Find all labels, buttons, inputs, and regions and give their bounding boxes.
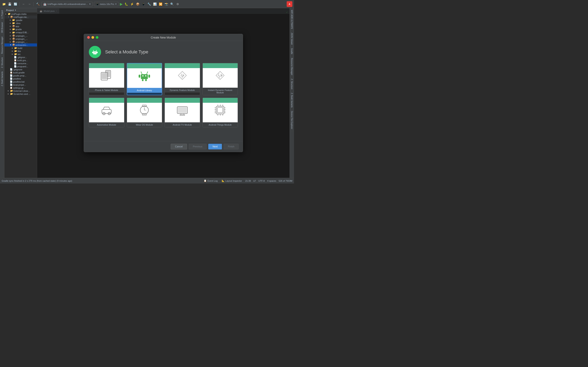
tree-item-uniplugin2[interactable]: ▶ 📦 uniplugin_... (4, 37, 37, 40)
right-tab-json-viewer[interactable]: JSON Viewer (290, 31, 294, 47)
tree-item-settings-gradle[interactable]: 📋 settings.gr... (4, 86, 37, 89)
svg-marker-25 (178, 71, 186, 80)
save-icon[interactable]: 💾 (7, 2, 12, 6)
tree-item-unipluginhe[interactable]: ▼ 📦 UniPlugin-He... (4, 16, 37, 18)
device-dropdown[interactable]: 📱 meizu 16s Pro ▼ (94, 2, 119, 6)
module-card-phone-tablet[interactable]: Phone & Tablet Module (89, 63, 124, 95)
tree-item-uniplugin1[interactable]: ▶ 📦 uniplugin_... (4, 34, 37, 37)
svg-marker-30 (216, 71, 224, 80)
open-file-icon[interactable]: 📁 (2, 2, 6, 6)
window-maximize-button[interactable] (96, 36, 98, 39)
finish-button[interactable]: Finish (224, 144, 239, 150)
svg-line-27 (181, 74, 182, 76)
window-close-button[interactable] (87, 36, 90, 39)
file-icon-consume: 📄 (14, 62, 17, 65)
panel-dropdown-arrow: ▼ (15, 9, 16, 11)
right-tab-build-variants[interactable]: Z: Build Variants (290, 91, 294, 109)
tree-label-uniplugin1: uniplugin_... (16, 35, 27, 37)
forward-icon[interactable]: → (27, 2, 32, 6)
svg-line-29 (182, 76, 183, 78)
file-icon-gradle-props: 📄 (10, 74, 13, 77)
side-tab-structure[interactable]: Z: Structure (0, 55, 4, 69)
module-card-automotive[interactable]: Automotive Module (89, 98, 124, 127)
capture-icon[interactable]: 📸 (164, 2, 168, 6)
tree-label-gradle-props: gradle.prop... (13, 75, 26, 77)
module-card-android-library[interactable]: Android Library (127, 63, 162, 95)
module-card-things[interactable]: Android Things Module (203, 98, 238, 127)
svg-line-32 (218, 73, 219, 76)
run-button[interactable]: ▶ (120, 2, 123, 6)
avd-icon[interactable]: 📱 (141, 2, 146, 6)
debug-icon[interactable]: 🐛 (124, 2, 129, 6)
tree-item-gitignore-local[interactable]: 📄 .gitignor... (4, 56, 37, 59)
cancel-button[interactable]: Cancel (171, 144, 187, 150)
tree-item-uniplugin3[interactable]: ▶ 📦 uniplugin_... (4, 40, 37, 43)
status-line-col: 526 of 7933M (279, 180, 292, 182)
tree-item-build[interactable]: ▶ 📂 build (4, 47, 37, 50)
status-left: Gradle sync finished in 2 s 279 ms (from… (2, 180, 201, 182)
app-logo: A (287, 1, 292, 7)
tree-item-gradle-props[interactable]: 📄 gradle.prop... (4, 74, 37, 77)
run-config-dropdown[interactable]: 🤖 UniPlugin-Hello-AS:unitoandroidcamera … (41, 2, 93, 6)
module-card-label-dynamic-feature: Dynamic Feature Module (165, 88, 200, 92)
tree-item-uniapp[interactable]: ▶ 📂 uniapp示例... (4, 31, 37, 34)
right-tab-gradle[interactable]: Gradle (290, 47, 294, 56)
status-layout-inspector[interactable]: 📐 Layout Inspector (221, 179, 243, 182)
tree-item-gradle-folder[interactable]: ▶ 📂 gradle (4, 28, 37, 31)
tree-item-proguard[interactable]: 📄 proguard... (4, 65, 37, 68)
side-tab-project[interactable]: 1: Project (0, 8, 4, 20)
sync-icon[interactable]: 🔄 (13, 2, 17, 6)
tree-item-local-props[interactable]: 📄 local.prope... (4, 83, 37, 86)
tree-item-unitoandro[interactable]: ▼ 📦 unitoandro... (4, 43, 37, 47)
tree-item-build-gradle-local[interactable]: 📋 build.gra... (4, 59, 37, 62)
apk-icon[interactable]: 📦 (135, 2, 140, 6)
module-card-instant-dynamic-feature[interactable]: Instant Dynamic Feature Module (203, 63, 238, 95)
right-tab-wifi-adb[interactable]: WIFI ADB ULTIMATE (290, 8, 294, 31)
build-icon[interactable]: 🔨 (35, 2, 40, 6)
refactor-icon[interactable]: 🔀 (158, 2, 163, 6)
side-tab-build-variants[interactable]: Z: Build Variants (0, 69, 4, 88)
tree-label-unitoandro: unitoandro... (16, 44, 28, 46)
tree-item-external-libs[interactable]: ▶ 📂 External Librar... (4, 89, 37, 92)
module-card-top-dynamic-feature (165, 63, 200, 88)
previous-button[interactable]: Previous (189, 144, 207, 150)
search-icon[interactable]: 🔍 (170, 2, 174, 6)
sdk-icon[interactable]: 🔧 (147, 2, 151, 6)
back-icon[interactable]: ← (21, 2, 26, 6)
right-tab-resource-manager[interactable]: Resource Manager (290, 56, 294, 77)
tree-item-gradlew[interactable]: 📄 gradlew (4, 77, 37, 80)
module-card-wear-os[interactable]: Wear OS Module (127, 98, 162, 127)
status-event-log[interactable]: 📋 Event Log (203, 179, 218, 182)
module-type-grid: Phone & Tablet Module (89, 63, 238, 127)
status-encoding: UTF-8 (259, 180, 265, 182)
tree-item-build-gradle-root[interactable]: 📋 build.gradle (4, 71, 37, 74)
settings-icon[interactable]: ⚙ (175, 2, 180, 6)
right-tab-structure[interactable]: Z: Structure (290, 77, 294, 91)
module-card-tv[interactable]: Android TV Module (164, 98, 200, 127)
tree-item-gitignore-root[interactable]: 📄 .gitignore (4, 68, 37, 71)
tree-item-idea[interactable]: ▶ 📂 .idea (4, 22, 37, 25)
right-tab-device-file-explorer[interactable]: Device File Explorer (290, 109, 294, 131)
tree-item-scratches[interactable]: ▶ 📂 Scratches and ... (4, 92, 37, 95)
next-button[interactable]: Next (208, 144, 222, 150)
tree-item-libs[interactable]: ▶ 📂 libs (4, 50, 37, 53)
tree-item-app[interactable]: ▶ 📦 app (4, 25, 37, 28)
profile-icon[interactable]: ⚡ (130, 2, 134, 6)
separator-1 (19, 2, 20, 6)
window-minimize-button[interactable] (91, 36, 94, 39)
side-tab-resource-manager[interactable]: Resource Manager (0, 35, 4, 55)
side-tab-db-browser[interactable]: DB Browser (0, 20, 4, 34)
tree-item-consume[interactable]: 📄 consume... (4, 62, 37, 65)
dialog-footer: Cancel Previous Next Finish (84, 141, 243, 152)
tree-item-root[interactable]: ▶ 📁 UniPlugin-Hello (4, 12, 37, 16)
project-panel: Project ▼ ▶ 📁 UniPlugin-Hello ▼ 📦 UniPlu… (4, 8, 37, 178)
module-card-dynamic-feature[interactable]: Dynamic Feature Module (164, 63, 200, 95)
project-structure-icon[interactable]: 📊 (153, 2, 157, 6)
tree-item-src[interactable]: ▶ 📂 src (4, 53, 37, 56)
svg-rect-13 (102, 73, 107, 79)
dialog-heading: Select a Module Type (105, 49, 148, 55)
tree-item-gradlew-bat[interactable]: 📄 gradlew.bat (4, 80, 37, 83)
tree-item-gradle[interactable]: ▶ 📂 .gradle (4, 18, 37, 22)
run-config-arrow: ▼ (89, 3, 91, 5)
svg-point-16 (141, 72, 141, 72)
